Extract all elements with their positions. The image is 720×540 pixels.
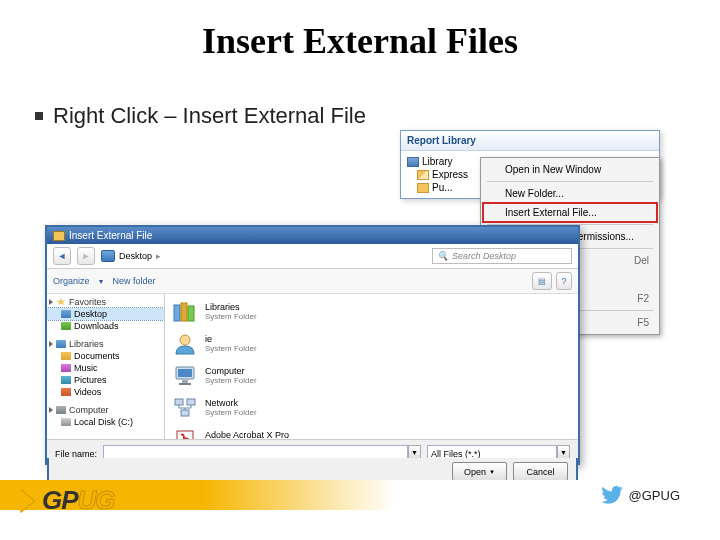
expand-icon (49, 299, 53, 305)
acrobat-large-icon (171, 428, 199, 439)
shortcut-label: F5 (637, 317, 649, 328)
open-button[interactable]: Open ▼ (452, 462, 507, 481)
file-list[interactable]: LibrariesSystem Folder ieSystem Folder C… (165, 294, 578, 439)
cancel-button[interactable]: Cancel (513, 462, 568, 481)
search-input[interactable]: 🔍 Search Desktop (432, 248, 572, 264)
file-item-type: System Folder (205, 409, 257, 418)
expand-icon (49, 407, 53, 413)
expand-icon (49, 341, 53, 347)
organize-button[interactable]: Organize (53, 276, 90, 286)
nav-forward-button[interactable]: ► (77, 247, 95, 265)
file-item-computer[interactable]: ComputerSystem Folder (169, 362, 574, 390)
dialog-toolbar: Organize ▼ New folder ▤ ? (47, 269, 578, 294)
new-folder-button[interactable]: New folder (112, 276, 155, 286)
dialog-titlebar: Insert External File (47, 227, 578, 244)
svg-point-3 (180, 335, 190, 345)
svg-rect-9 (187, 399, 195, 405)
chevron-down-icon: ▼ (489, 469, 495, 475)
user-large-icon (171, 332, 199, 356)
sidebar-libraries[interactable]: Libraries (47, 338, 164, 350)
computer-icon (56, 406, 66, 414)
search-placeholder: Search Desktop (452, 251, 516, 261)
libraries-icon (56, 340, 66, 348)
bullet-square-icon (35, 112, 43, 120)
file-item-type: System Folder (205, 345, 257, 354)
sidebar-favorites[interactable]: Favorites (47, 296, 164, 308)
computer-large-icon (171, 364, 199, 388)
sidebar-computer[interactable]: Computer (47, 404, 164, 416)
pictures-icon (61, 376, 71, 384)
svg-rect-10 (181, 410, 189, 416)
view-button[interactable]: ▤ (532, 272, 552, 290)
svg-rect-6 (182, 380, 188, 383)
menu-insert-external-file[interactable]: Insert External File... (483, 203, 657, 222)
svg-rect-1 (181, 303, 187, 321)
dialog-nav-bar: ◄ ► Desktop ▸ 🔍 Search Desktop (47, 244, 578, 269)
menu-separator (487, 181, 653, 182)
search-icon: 🔍 (437, 251, 448, 261)
chevron-right-icon: ▸ (156, 251, 161, 261)
help-button[interactable]: ? (556, 272, 572, 290)
twitter-handle: @GPUG (601, 486, 680, 504)
library-icon (407, 157, 419, 167)
brand-logo: GPUG (20, 485, 115, 516)
tree-node-label: Express (432, 169, 468, 180)
svg-rect-5 (178, 369, 192, 377)
tree-node-label: Pu... (432, 182, 453, 193)
videos-icon (61, 388, 71, 396)
insert-external-file-dialog: Insert External File ◄ ► Desktop ▸ 🔍 Sea… (45, 225, 580, 465)
dialog-title-text: Insert External File (69, 230, 152, 241)
tree-node-label: Library (422, 156, 453, 167)
menu-open-new-window[interactable]: Open in New Window (483, 160, 657, 179)
downloads-icon (61, 322, 71, 330)
sidebar-videos[interactable]: Videos (47, 386, 164, 398)
bullet-item: Right Click – Insert External File (35, 102, 720, 130)
chevron-down-icon: ▼ (98, 278, 105, 285)
documents-icon (61, 352, 71, 360)
shortcut-label: Del (634, 255, 649, 266)
handle-text: @GPUG (629, 488, 680, 503)
window-icon (53, 231, 65, 241)
music-icon (61, 364, 71, 372)
location-breadcrumb[interactable]: Desktop ▸ (101, 250, 426, 262)
desktop-icon (61, 310, 71, 318)
file-item-type: System Folder (205, 313, 257, 322)
svg-rect-7 (179, 383, 191, 385)
folder-open-icon (417, 170, 429, 180)
sidebar-documents[interactable]: Documents (47, 350, 164, 362)
svg-rect-8 (175, 399, 183, 405)
folder-icon (417, 183, 429, 193)
file-item-name: Adobe Acrobat X Pro (205, 431, 289, 439)
file-item-user[interactable]: ieSystem Folder (169, 330, 574, 358)
libraries-large-icon (171, 300, 199, 324)
bullet-text: Right Click – Insert External File (53, 102, 366, 130)
file-item-network[interactable]: NetworkSystem Folder (169, 394, 574, 422)
slide-title: Insert External Files (0, 20, 720, 62)
filename-label: File name: (55, 449, 97, 459)
brand-text: GPUG (42, 485, 115, 516)
network-large-icon (171, 396, 199, 420)
bullet-list: Right Click – Insert External File (35, 102, 720, 130)
file-item-acrobat[interactable]: Adobe Acrobat X ProShortcut (169, 426, 574, 439)
file-item-libraries[interactable]: LibrariesSystem Folder (169, 298, 574, 326)
disk-icon (61, 418, 71, 426)
sidebar-desktop[interactable]: Desktop (47, 308, 164, 320)
star-icon (56, 298, 66, 306)
menu-new-folder[interactable]: New Folder... (483, 184, 657, 203)
svg-rect-0 (174, 305, 180, 321)
chevron-logo-icon (20, 489, 34, 513)
location-text: Desktop (119, 251, 152, 261)
sidebar-pictures[interactable]: Pictures (47, 374, 164, 386)
file-item-type: System Folder (205, 377, 257, 386)
dialog-sidebar: Favorites Desktop Downloads Libraries Do… (47, 294, 165, 439)
svg-rect-2 (188, 306, 194, 321)
sidebar-downloads[interactable]: Downloads (47, 320, 164, 332)
report-library-title: Report Library (401, 131, 659, 151)
nav-back-button[interactable]: ◄ (53, 247, 71, 265)
twitter-icon (601, 486, 623, 504)
sidebar-music[interactable]: Music (47, 362, 164, 374)
shortcut-label: F2 (637, 293, 649, 304)
desktop-icon (101, 250, 115, 262)
sidebar-local-disk[interactable]: Local Disk (C:) (47, 416, 164, 428)
